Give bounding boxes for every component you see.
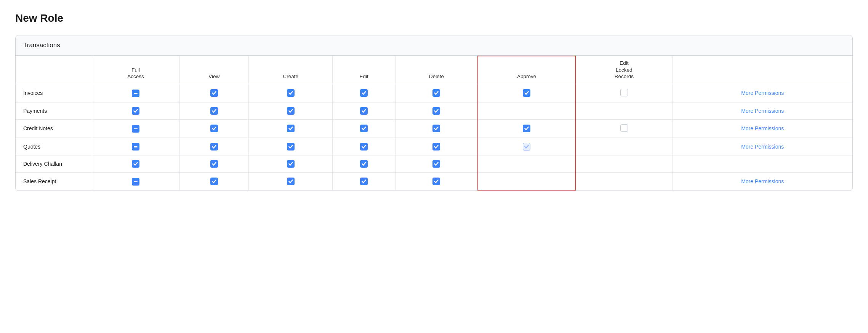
checkbox-checked[interactable]: [287, 89, 295, 97]
checkbox-unchecked[interactable]: [620, 89, 628, 96]
checkbox-checked[interactable]: [360, 107, 368, 115]
create-cell: [249, 119, 333, 138]
more-permissions-link[interactable]: More Permissions: [741, 125, 784, 131]
checkbox-checked[interactable]: [210, 178, 218, 185]
col-header-create: Create: [249, 56, 333, 84]
create-cell: [249, 84, 333, 102]
create-cell: [249, 102, 333, 119]
checkbox-checked[interactable]: [210, 125, 218, 132]
col-header-view: View: [179, 56, 248, 84]
checkbox-checked[interactable]: [523, 89, 530, 97]
view-cell: [179, 102, 248, 119]
more-permissions-cell: [673, 155, 852, 173]
checkbox-checked[interactable]: [287, 160, 295, 168]
col-header-more: [673, 56, 852, 84]
checkbox-checked[interactable]: [523, 125, 530, 132]
view-cell: [179, 119, 248, 138]
checkbox-checked[interactable]: [360, 143, 368, 150]
col-header-edit-locked: EditLockedRecords: [575, 56, 673, 84]
more-permissions-cell: More Permissions: [673, 102, 852, 119]
delete-cell: [395, 119, 478, 138]
delete-cell: [395, 84, 478, 102]
delete-cell: [395, 138, 478, 155]
more-permissions-cell: More Permissions: [673, 119, 852, 138]
approve-cell: [478, 84, 575, 102]
col-header-delete: Delete: [395, 56, 478, 84]
approve-cell: [478, 138, 575, 155]
checkbox-partial[interactable]: [132, 90, 139, 97]
more-permissions-link[interactable]: More Permissions: [741, 144, 784, 150]
col-header-approve: Approve: [478, 56, 575, 84]
transactions-section: Transactions FullAccess View Create Edit…: [15, 35, 853, 191]
table-row: Invoices More Permiss: [16, 84, 852, 102]
full_access-cell: [92, 173, 179, 190]
checkbox-checked[interactable]: [432, 160, 440, 168]
table-row: Quotes More Permissions: [16, 138, 852, 155]
checkbox-partial[interactable]: [132, 143, 139, 150]
approve-cell: [478, 173, 575, 190]
edit-cell: [333, 84, 396, 102]
more-permissions-cell: More Permissions: [673, 84, 852, 102]
full_access-cell: [92, 84, 179, 102]
checkbox-checked[interactable]: [432, 178, 440, 185]
row-name: Delivery Challan: [16, 155, 92, 173]
edit-locked-cell: [575, 84, 673, 102]
checkbox-checked[interactable]: [432, 89, 440, 97]
edit-locked-cell: [575, 138, 673, 155]
more-permissions-link[interactable]: More Permissions: [741, 90, 784, 96]
checkbox-checked[interactable]: [432, 125, 440, 132]
checkbox-unchecked[interactable]: [620, 124, 628, 132]
approve-cell: [478, 155, 575, 173]
row-name: Quotes: [16, 138, 92, 155]
table-row: Sales Receipt More Permissions: [16, 173, 852, 190]
full_access-cell: [92, 102, 179, 119]
checkbox-checked[interactable]: [210, 107, 218, 115]
more-permissions-cell: More Permissions: [673, 173, 852, 190]
checkbox-checked[interactable]: [432, 143, 440, 150]
col-header-full-access: FullAccess: [92, 56, 179, 84]
row-name: Payments: [16, 102, 92, 119]
view-cell: [179, 138, 248, 155]
checkbox-partial[interactable]: [132, 125, 139, 133]
checkbox-checked[interactable]: [287, 107, 295, 115]
more-permissions-link[interactable]: More Permissions: [741, 178, 784, 184]
table-row: Delivery Challan: [16, 155, 852, 173]
approve-cell: [478, 119, 575, 138]
view-cell: [179, 155, 248, 173]
table-row: Payments More Permissions: [16, 102, 852, 119]
page-title: New Role: [15, 12, 853, 24]
checkbox-hover[interactable]: [523, 143, 530, 150]
edit-locked-cell: [575, 119, 673, 138]
checkbox-checked[interactable]: [360, 125, 368, 132]
checkbox-partial[interactable]: [132, 178, 139, 186]
edit-cell: [333, 119, 396, 138]
col-header-edit: Edit: [333, 56, 396, 84]
edit-cell: [333, 102, 396, 119]
more-permissions-link[interactable]: More Permissions: [741, 108, 784, 114]
checkbox-checked[interactable]: [287, 125, 295, 132]
row-name: Sales Receipt: [16, 173, 92, 190]
checkbox-checked[interactable]: [132, 160, 139, 168]
create-cell: [249, 173, 333, 190]
checkbox-checked[interactable]: [132, 107, 139, 115]
checkbox-checked[interactable]: [287, 143, 295, 150]
checkbox-checked[interactable]: [360, 89, 368, 97]
checkbox-checked[interactable]: [360, 160, 368, 168]
view-cell: [179, 84, 248, 102]
col-header-name: [16, 56, 92, 84]
edit-cell: [333, 155, 396, 173]
edit-locked-cell: [575, 102, 673, 119]
checkbox-checked[interactable]: [287, 178, 295, 185]
checkbox-checked[interactable]: [210, 89, 218, 97]
section-title: Transactions: [16, 35, 852, 56]
full_access-cell: [92, 119, 179, 138]
checkbox-checked[interactable]: [210, 143, 218, 150]
row-name: Credit Notes: [16, 119, 92, 138]
edit-cell: [333, 138, 396, 155]
checkbox-checked[interactable]: [432, 107, 440, 115]
table-header-row: FullAccess View Create Edit Delete Appro…: [16, 56, 852, 84]
checkbox-checked[interactable]: [360, 178, 368, 185]
edit-locked-cell: [575, 155, 673, 173]
checkbox-checked[interactable]: [210, 160, 218, 168]
full_access-cell: [92, 155, 179, 173]
